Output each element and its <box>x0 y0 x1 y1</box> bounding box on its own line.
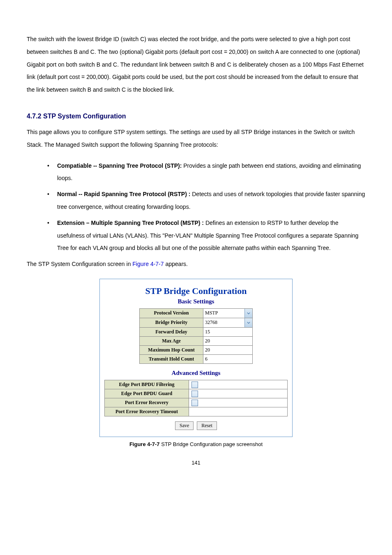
figure-caption: Figure 4-7-7 STP Bridge Configuration pa… <box>27 441 365 447</box>
bridge-priority-value: 32768 <box>203 318 244 327</box>
protocol-version-value: MSTP <box>203 309 244 318</box>
max-age-label: Max Age <box>140 336 203 345</box>
max-hop-label: Maximum Hop Count <box>140 345 203 354</box>
tx-hold-input[interactable] <box>203 355 252 363</box>
page-number: 141 <box>27 460 365 466</box>
forward-delay-label: Forward Delay <box>140 327 203 336</box>
bullet-mstp: Extension – Multiple Spanning Tree Proto… <box>47 217 365 254</box>
figure-caption-lead: Figure 4-7-7 <box>129 441 160 447</box>
err-timeout-label: Port Error Recovery Timeout <box>105 407 189 416</box>
edge-filter-label: Edge Port BPDU Filtering <box>105 380 189 389</box>
err-recovery-checkbox[interactable] <box>191 400 198 406</box>
stp-config-panel: STP Bridge Configuration Basic Settings … <box>99 279 293 437</box>
bullet-rstp-lead: Normal -- Rapid Spanning Tree Protocol (… <box>57 191 190 197</box>
protocol-version-select[interactable]: MSTP <box>203 309 252 318</box>
section-heading: 4.7.2 STP System Configuration <box>27 113 365 120</box>
err-timeout-input[interactable] <box>191 408 285 415</box>
advanced-settings-title: Advanced Settings <box>100 370 292 377</box>
basic-settings-title: Basic Settings <box>100 298 292 305</box>
reset-button[interactable]: Reset <box>197 421 217 430</box>
edge-guard-label: Edge Port BPDU Guard <box>105 389 189 398</box>
edge-guard-checkbox[interactable] <box>191 391 198 397</box>
tx-hold-label: Transmit Hold Count <box>140 354 203 363</box>
bridge-priority-label: Bridge Priority <box>140 318 203 327</box>
basic-settings-table: Protocol Version MSTP Bridge Priority 32… <box>139 308 253 364</box>
chevron-down-icon <box>244 318 252 327</box>
intro-paragraph-2: This page allows you to configure STP sy… <box>27 126 365 151</box>
bullet-mstp-lead: Extension – Multiple Spanning Tree Proto… <box>57 220 204 226</box>
bullet-stp: Compatiable -- Spanning Tree Protocol (S… <box>47 160 365 185</box>
max-age-input[interactable] <box>203 337 252 345</box>
bullet-rstp: Normal -- Rapid Spanning Tree Protocol (… <box>47 188 365 213</box>
max-hop-input[interactable] <box>203 346 252 354</box>
forward-delay-input[interactable] <box>203 328 252 336</box>
err-recovery-label: Port Error Recovery <box>105 398 189 407</box>
advanced-settings-table: Edge Port BPDU Filtering Edge Port BPDU … <box>104 380 288 416</box>
figure-ref-post: appears. <box>164 261 188 267</box>
save-button[interactable]: Save <box>175 421 194 430</box>
figure-caption-body: STP Bridge Configuration page screenshot <box>160 441 263 447</box>
figure-ref-paragraph: The STP System Configuration screen in F… <box>27 258 365 271</box>
bridge-priority-select[interactable]: 32768 <box>203 318 252 327</box>
panel-title: STP Bridge Configuration <box>100 286 292 296</box>
chevron-down-icon <box>244 309 252 318</box>
bullet-stp-lead: Compatiable -- Spanning Tree Protocol (S… <box>57 162 182 169</box>
protocol-version-label: Protocol Version <box>140 308 203 318</box>
intro-paragraph: The switch with the lowest Bridge ID (sw… <box>27 33 365 96</box>
edge-filter-checkbox[interactable] <box>191 382 198 388</box>
figure-ref-pre: The STP System Configuration screen in <box>27 261 132 267</box>
figure-ref-link: Figure 4-7-7 <box>132 261 164 267</box>
